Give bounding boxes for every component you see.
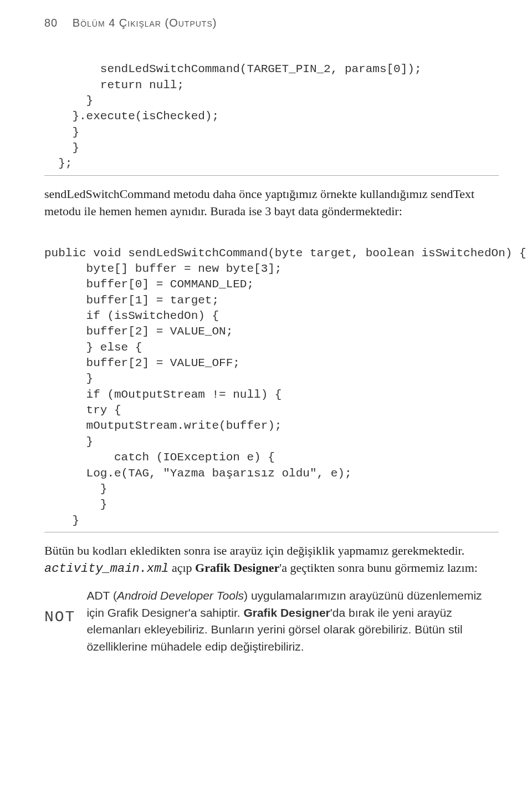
para2-text-c: 'a geçtikten sonra bunu görmemiz lazım: bbox=[279, 561, 478, 575]
code-line: buffer[2] = VALUE_OFF; bbox=[44, 357, 240, 369]
para2-text-b: açıp bbox=[168, 561, 195, 575]
code-line: } bbox=[44, 126, 79, 139]
note-body: ADT (Android Developer Tools) uygulamala… bbox=[86, 587, 499, 655]
code-line: buffer[2] = VALUE_ON; bbox=[44, 325, 233, 338]
code-line: } bbox=[44, 435, 93, 448]
code-line: public void sendLedSwitchCommand(byte ta… bbox=[44, 247, 526, 260]
paragraph-2: Bütün bu kodları ekledikten sonra ise ar… bbox=[44, 542, 499, 578]
code-line: buffer[1] = target; bbox=[44, 294, 219, 307]
code-block-1: sendLedSwitchCommand(TARGET_PIN_2, param… bbox=[44, 46, 499, 176]
code-line: } bbox=[44, 372, 93, 385]
note-italic: Android Developer Tools bbox=[117, 589, 244, 602]
code-line: } bbox=[44, 94, 93, 107]
chapter-title: Bölüm 4 Çıkışlar (Outputs) bbox=[73, 17, 217, 29]
note-text-a: ADT ( bbox=[86, 589, 116, 602]
code-line: mOutputStream.write(buffer); bbox=[44, 419, 282, 432]
code-line: try { bbox=[44, 404, 121, 417]
page-header: 80 Bölüm 4 Çıkışlar (Outputs) bbox=[44, 17, 499, 29]
note-block: NOT ADT (Android Developer Tools) uygula… bbox=[44, 587, 499, 655]
paragraph-1: sendLedSwitchCommand metodu daha önce ya… bbox=[44, 186, 499, 220]
code-line: } bbox=[44, 483, 107, 495]
code-line: return null; bbox=[44, 79, 184, 92]
paragraph-text: sendLedSwitchCommand metodu daha önce ya… bbox=[44, 187, 474, 218]
page-content: 80 Bölüm 4 Çıkışlar (Outputs) sendLedSwi… bbox=[0, 0, 532, 677]
code-line: } bbox=[44, 514, 79, 527]
page-number: 80 bbox=[44, 17, 58, 29]
note-bold: Grafik Designer bbox=[243, 606, 330, 619]
code-line: catch (IOException e) { bbox=[44, 451, 275, 464]
code-line: }; bbox=[44, 157, 72, 170]
code-line: } bbox=[44, 141, 79, 154]
code-block-2: public void sendLedSwitchCommand(byte ta… bbox=[44, 230, 499, 532]
para2-text-a: Bütün bu kodları ekledikten sonra ise ar… bbox=[44, 544, 464, 557]
code-line: if (mOutputStream != null) { bbox=[44, 388, 282, 401]
para2-mono: activity_main.xml bbox=[44, 562, 168, 576]
code-line: } bbox=[44, 498, 107, 511]
code-line: buffer[0] = COMMAND_LED; bbox=[44, 278, 254, 291]
code-line: } else { bbox=[44, 341, 142, 354]
code-line: if (isSwitchedOn) { bbox=[44, 309, 219, 322]
code-line: Log.e(TAG, "Yazma başarısız oldu", e); bbox=[44, 467, 352, 480]
code-line: byte[] buffer = new byte[3]; bbox=[44, 262, 282, 275]
note-tag: NOT bbox=[44, 587, 75, 626]
code-line: sendLedSwitchCommand(TARGET_PIN_2, param… bbox=[44, 63, 422, 75]
para2-bold: Grafik Designer bbox=[195, 561, 279, 575]
code-line: }.execute(isChecked); bbox=[44, 110, 219, 123]
